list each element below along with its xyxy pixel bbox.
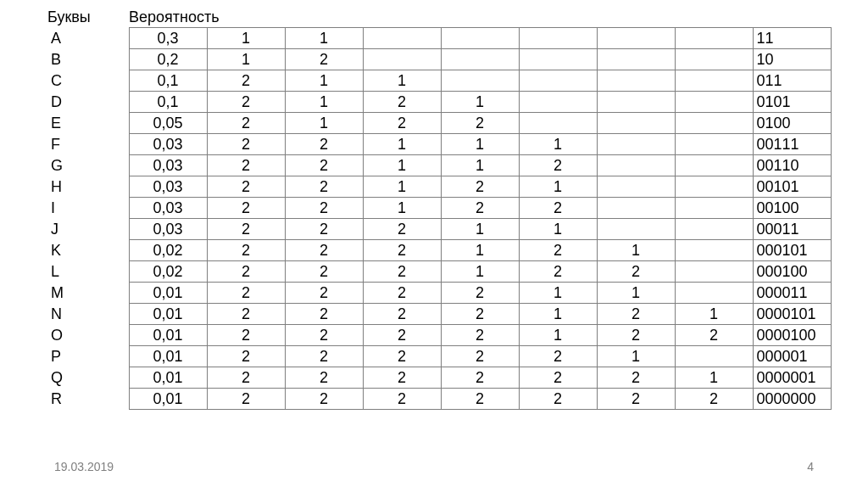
probability-cell: 0,03: [129, 176, 207, 198]
split-cell: [675, 155, 753, 176]
split-cell: 2: [441, 198, 519, 219]
split-cell: 2: [363, 367, 441, 389]
split-cell: 2: [363, 219, 441, 240]
split-cell: [675, 346, 753, 367]
table-row: E0,0521220100: [47, 113, 831, 134]
table-row: G0,032211200110: [47, 155, 831, 176]
split-cell: 2: [519, 346, 597, 367]
split-cell: 2: [519, 155, 597, 176]
table-row: B0,21210: [47, 49, 831, 70]
split-cell: 2: [441, 367, 519, 389]
split-cell: [675, 283, 753, 304]
split-cell: 1: [363, 134, 441, 155]
footer-page-number: 4: [807, 460, 814, 473]
table-row: P0,01222221000001: [47, 346, 831, 367]
split-cell: [675, 113, 753, 134]
split-cell: 2: [441, 346, 519, 367]
split-cell: [441, 49, 519, 70]
table-row: J0,032221100011: [47, 219, 831, 240]
split-cell: [675, 240, 753, 261]
table-row: L0,02222122000100: [47, 261, 831, 283]
split-cell: 2: [285, 261, 363, 283]
probability-cell: 0,1: [129, 92, 207, 113]
split-cell: 2: [363, 113, 441, 134]
code-cell: 0000000: [753, 389, 831, 410]
probability-cell: 0,01: [129, 389, 207, 410]
letter-cell: A: [47, 28, 129, 49]
split-cell: 2: [675, 325, 753, 346]
code-cell: 00111: [753, 134, 831, 155]
split-cell: 1: [597, 283, 675, 304]
split-cell: 1: [285, 28, 363, 49]
probability-cell: 0,01: [129, 304, 207, 325]
table-row: N0,0122221210000101: [47, 304, 831, 325]
split-cell: 2: [363, 304, 441, 325]
split-cell: 1: [519, 219, 597, 240]
split-cell: 2: [207, 176, 285, 198]
split-cell: 2: [519, 198, 597, 219]
letter-cell: H: [47, 176, 129, 198]
table-row: A0,31111: [47, 28, 831, 49]
split-cell: [363, 49, 441, 70]
letter-cell: F: [47, 134, 129, 155]
letter-cell: I: [47, 198, 129, 219]
table-row: F0,032211100111: [47, 134, 831, 155]
split-cell: 1: [675, 304, 753, 325]
split-cell: 1: [363, 70, 441, 92]
split-cell: [597, 113, 675, 134]
split-cell: 1: [363, 176, 441, 198]
split-cell: 2: [363, 389, 441, 410]
code-cell: 0000100: [753, 325, 831, 346]
split-cell: 1: [519, 325, 597, 346]
header-probability: Вероятность: [129, 7, 821, 27]
probability-cell: 0,01: [129, 325, 207, 346]
split-cell: [519, 70, 597, 92]
split-cell: 2: [285, 198, 363, 219]
split-cell: 2: [519, 389, 597, 410]
code-cell: 00011: [753, 219, 831, 240]
split-cell: 1: [597, 346, 675, 367]
probability-cell: 0,03: [129, 219, 207, 240]
probability-cell: 0,03: [129, 198, 207, 219]
split-cell: 1: [441, 92, 519, 113]
split-cell: [597, 198, 675, 219]
table-row: I0,032212200100: [47, 198, 831, 219]
split-cell: 2: [363, 346, 441, 367]
split-cell: 2: [441, 304, 519, 325]
split-cell: [675, 219, 753, 240]
split-cell: 2: [441, 283, 519, 304]
split-cell: 2: [207, 134, 285, 155]
table-row: M0,01222211000011: [47, 283, 831, 304]
split-cell: 2: [363, 261, 441, 283]
probability-cell: 0,3: [129, 28, 207, 49]
split-cell: [675, 28, 753, 49]
letter-cell: G: [47, 155, 129, 176]
table-header: Буквы Вероятность: [47, 7, 821, 27]
letter-cell: J: [47, 219, 129, 240]
split-cell: [597, 49, 675, 70]
split-cell: 2: [597, 261, 675, 283]
split-cell: 1: [519, 176, 597, 198]
split-cell: [675, 198, 753, 219]
split-cell: [363, 28, 441, 49]
letter-cell: M: [47, 283, 129, 304]
split-cell: 1: [285, 113, 363, 134]
code-cell: 0101: [753, 92, 831, 113]
split-cell: 2: [285, 346, 363, 367]
letter-cell: Q: [47, 367, 129, 389]
split-cell: [597, 70, 675, 92]
table-row: K0,02222121000101: [47, 240, 831, 261]
probability-cell: 0,01: [129, 283, 207, 304]
split-cell: [597, 176, 675, 198]
code-cell: 000101: [753, 240, 831, 261]
split-cell: 1: [363, 155, 441, 176]
letter-cell: R: [47, 389, 129, 410]
split-cell: [675, 92, 753, 113]
split-cell: [519, 92, 597, 113]
split-cell: 2: [207, 92, 285, 113]
split-cell: [675, 134, 753, 155]
split-cell: [519, 113, 597, 134]
split-cell: 2: [207, 304, 285, 325]
split-cell: 2: [285, 176, 363, 198]
table-row: C0,1211011: [47, 70, 831, 92]
